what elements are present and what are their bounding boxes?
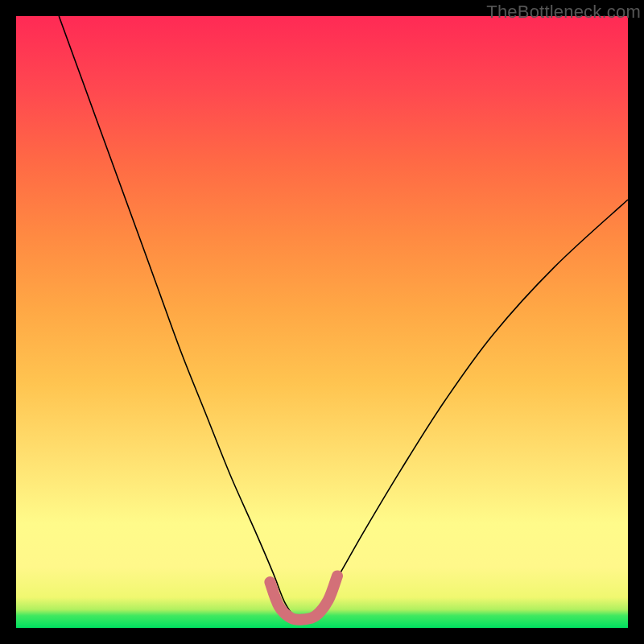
bottleneck-curve-path [59,16,628,621]
chart-curve-svg [16,16,628,628]
chart-plot-area [16,16,628,628]
watermark-text: TheBottleneck.com [486,2,641,23]
optimal-band-path [270,576,337,619]
